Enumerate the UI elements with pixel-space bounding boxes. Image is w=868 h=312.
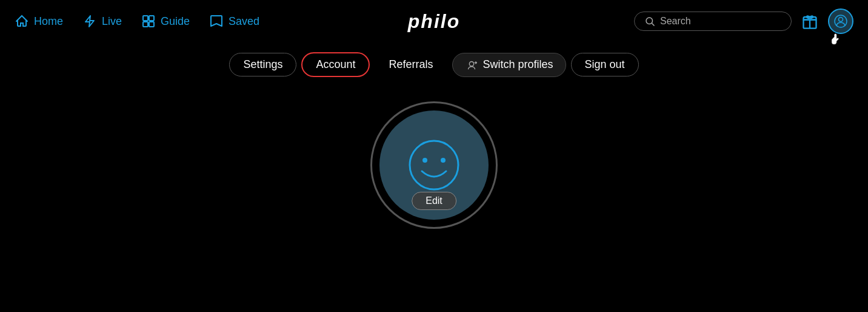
svg-point-8 (839, 18, 843, 22)
svg-point-10 (410, 141, 458, 189)
switch-profiles-icon (465, 58, 478, 72)
nav-live[interactable]: Live (82, 14, 122, 29)
profile-outer-circle: Edit (370, 101, 498, 229)
nav-guide[interactable]: Guide (141, 14, 190, 29)
smiley-face-icon (404, 135, 464, 195)
svg-rect-3 (149, 22, 154, 27)
svg-point-12 (441, 158, 446, 163)
menu-bar: Settings Account Referrals Switch profil… (0, 47, 868, 82)
svg-rect-0 (143, 16, 148, 21)
saved-icon (209, 14, 224, 29)
settings-button[interactable]: Settings (229, 53, 296, 76)
svg-line-5 (652, 23, 654, 25)
svg-rect-1 (149, 16, 154, 21)
svg-point-9 (469, 61, 473, 66)
sign-out-button[interactable]: Sign out (571, 53, 639, 76)
referrals-button[interactable]: Referrals (375, 53, 447, 76)
search-bar[interactable] (634, 12, 792, 31)
gift-icon[interactable] (801, 13, 818, 30)
nav-left: Home Live Guide Saved (15, 14, 259, 29)
nav-right (634, 8, 853, 34)
nav-saved[interactable]: Saved (209, 14, 259, 29)
header: Home Live Guide Saved philo (0, 0, 868, 42)
search-input[interactable] (660, 16, 781, 27)
live-icon (82, 14, 97, 29)
avatar-icon (833, 14, 848, 29)
search-icon (644, 16, 655, 27)
svg-point-4 (646, 18, 653, 24)
edit-button[interactable]: Edit (412, 192, 456, 210)
logo: philo (408, 10, 460, 33)
profile-section: Edit (0, 101, 868, 229)
switch-profiles-button[interactable]: Switch profiles (452, 53, 566, 77)
profile-avatar-button[interactable] (828, 8, 853, 34)
home-icon (15, 14, 29, 29)
guide-icon (141, 14, 156, 29)
svg-rect-2 (143, 22, 148, 27)
svg-point-11 (422, 158, 427, 163)
profile-inner-circle: Edit (379, 110, 489, 220)
account-button[interactable]: Account (301, 52, 370, 77)
nav-home[interactable]: Home (15, 14, 63, 29)
